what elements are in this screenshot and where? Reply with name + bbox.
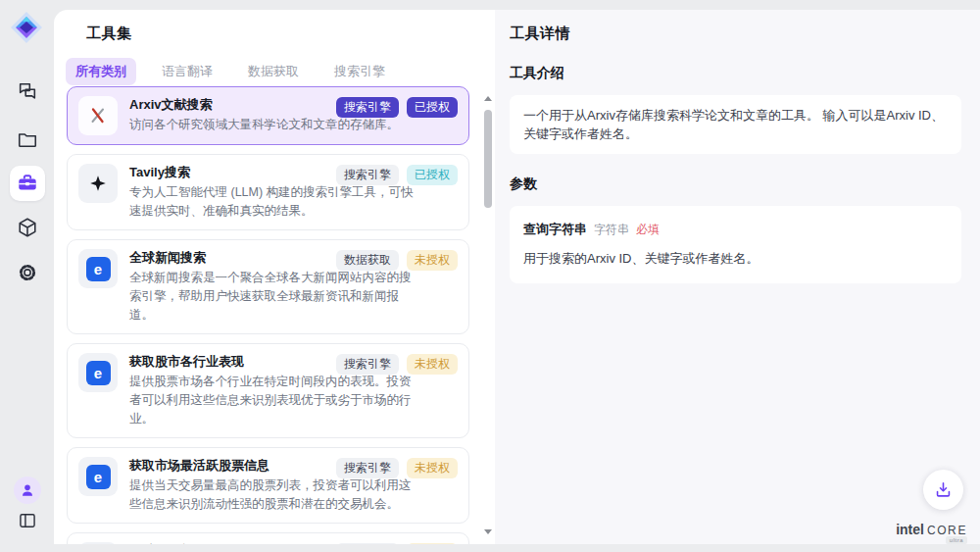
- tool-card-regional-news[interactable]: 万维地区新闻查询 查询具体行政区划内的新闻，快速了解各地新闻动 搜索引擎 未授权: [67, 532, 469, 544]
- left-rail: [0, 0, 54, 552]
- gear-icon[interactable]: [10, 255, 45, 290]
- category-tabs: 所有类别 语言翻译 数据获取 搜索引擎: [66, 58, 495, 85]
- main-content: 工具集 所有类别 语言翻译 数据获取 搜索引擎 Arxiv文献搜索: [54, 10, 980, 544]
- category-badge: 搜索引擎: [336, 458, 399, 478]
- tab-data-fetch[interactable]: 数据获取: [238, 58, 309, 85]
- tool-detail-panel: 工具详情 工具介绍 一个用于从Arxiv存储库搜索科学论文和文章的工具。 输入可…: [495, 10, 980, 544]
- parameter-card: 查询字符串 字符串 必填 用于搜索的Arxiv ID、关键字或作者姓名。: [510, 206, 961, 283]
- tool-card-arxiv[interactable]: Arxiv文献搜索 访问各个研究领域大量科学论文和文章的存储库。 搜索引擎 已授…: [67, 86, 469, 145]
- brand-ultra-badge: ultra: [946, 536, 967, 544]
- tab-all-categories[interactable]: 所有类别: [66, 58, 136, 85]
- active-stocks-icon: e: [78, 457, 118, 496]
- tab-language-translation[interactable]: 语言翻译: [152, 58, 222, 85]
- brand-gem-logo: [10, 11, 43, 44]
- app-window: 工具集 所有类别 语言翻译 数据获取 搜索引擎 Arxiv文献搜索: [0, 0, 980, 552]
- tool-description: 提供当天交易量最高的股票列表，投资者可以利用这些信息来识别流动性强的股票和潜在的…: [129, 477, 416, 514]
- status-badge: 未授权: [407, 250, 458, 271]
- tool-card-active-stocks[interactable]: e 获取市场最活跃股票信息 提供当天交易量最高的股票列表，投资者可以利用这些信息…: [67, 447, 469, 524]
- parameter-type: 字符串: [594, 221, 629, 239]
- scroll-up-arrow-icon[interactable]: [484, 96, 492, 101]
- tool-card-sector-performance[interactable]: e 获取股市各行业表现 提供股票市场各个行业在特定时间段内的表现。投资者可以利用…: [67, 343, 469, 438]
- tool-card-tavily[interactable]: Tavily搜索 专为人工智能代理 (LLM) 构建的搜索引擎工具，可快速提供实…: [67, 154, 469, 230]
- status-badge: 已授权: [407, 165, 458, 185]
- download-button[interactable]: [923, 470, 963, 510]
- page-title: 工具集: [54, 10, 495, 43]
- status-badge: 未授权: [407, 458, 458, 478]
- tool-description: 全球新闻搜索是一个聚合全球各大新闻网站内容的搜索引擎，帮助用户快速获取全球最新资…: [129, 269, 416, 325]
- detail-title: 工具详情: [495, 10, 980, 43]
- tool-card-global-news[interactable]: e 全球新闻搜索 全球新闻搜索是一个聚合全球各大新闻网站内容的搜索引擎，帮助用户…: [67, 239, 469, 334]
- list-scrollbar[interactable]: [483, 88, 493, 542]
- intel-core-logo: intel CORE ultra: [896, 522, 967, 537]
- status-badge: 未授权: [407, 354, 458, 375]
- tool-collection-panel: 工具集 所有类别 语言翻译 数据获取 搜索引擎 Arxiv文献搜索: [54, 10, 495, 544]
- brand-core-text: CORE: [927, 524, 967, 537]
- sector-performance-icon: e: [78, 353, 118, 392]
- parameter-description: 用于搜索的Arxiv ID、关键字或作者姓名。: [523, 249, 948, 268]
- toolbox-icon[interactable]: [10, 166, 45, 201]
- tab-search-engine[interactable]: 搜索引擎: [324, 58, 395, 85]
- status-badge: 已授权: [407, 97, 458, 118]
- required-label: 必填: [636, 221, 660, 239]
- tool-description: 专为人工智能代理 (LLM) 构建的搜索引擎工具，可快速提供实时、准确和真实的结…: [129, 183, 416, 221]
- tavily-star-icon: [78, 164, 118, 203]
- collapse-panel-icon[interactable]: [14, 507, 41, 534]
- category-badge: 搜索引擎: [336, 354, 399, 375]
- status-badge: 未授权: [407, 543, 458, 544]
- category-badge: 搜索引擎: [336, 97, 399, 118]
- cube-icon[interactable]: [10, 210, 45, 245]
- newspaper-icon: [78, 542, 118, 544]
- tool-list: Arxiv文献搜索 访问各个研究领域大量科学论文和文章的存储库。 搜索引擎 已授…: [67, 86, 469, 544]
- tool-description: 访问各个研究领域大量科学论文和文章的存储库。: [129, 116, 399, 134]
- chat-icon[interactable]: [10, 74, 45, 109]
- scrollbar-thumb[interactable]: [484, 110, 492, 208]
- intro-heading: 工具介绍: [510, 65, 980, 82]
- params-heading: 参数: [510, 176, 980, 193]
- parameter-name: 查询字符串: [523, 220, 587, 238]
- category-badge: 搜索引擎: [336, 165, 399, 185]
- scroll-down-arrow-icon[interactable]: [484, 529, 492, 534]
- brand-intel-text: intel: [896, 522, 924, 537]
- folder-icon[interactable]: [10, 122, 45, 157]
- arxiv-icon: [78, 96, 118, 135]
- category-badge: 数据获取: [336, 250, 399, 271]
- category-badge: 搜索引擎: [336, 543, 399, 544]
- global-news-icon: e: [78, 249, 118, 288]
- intro-card: 一个用于从Arxiv存储库搜索科学论文和文章的工具。 输入可以是Arxiv ID…: [510, 95, 961, 154]
- user-avatar[interactable]: [14, 477, 41, 504]
- tool-description: 提供股票市场各个行业在特定时间段内的表现。投资者可以利用这些信息来识别表现优于或…: [129, 373, 416, 428]
